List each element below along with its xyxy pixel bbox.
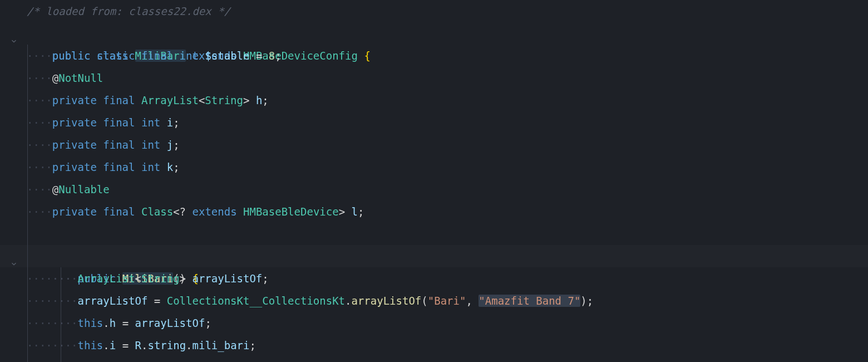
code-line-blank[interactable] xyxy=(0,223,868,245)
keyword-private: private xyxy=(52,206,97,218)
keyword-this: this xyxy=(78,339,103,351)
code-line[interactable]: /* loaded from: classes22.dex */ xyxy=(0,0,868,22)
code-line[interactable]: ········this.h = arrayListOf; xyxy=(0,312,868,334)
code-line[interactable]: ····@Nullable xyxy=(0,178,868,200)
keyword-final: final xyxy=(103,94,135,106)
type-string: String xyxy=(205,94,243,106)
annotation-nullable: Nullable xyxy=(58,183,110,195)
keyword-final: final xyxy=(141,50,173,62)
comment-text: /* loaded from: classes22.dex */ xyxy=(27,5,230,17)
code-line[interactable]: ········arrayListOf = CollectionsKt__Col… xyxy=(0,290,868,312)
field-name: j xyxy=(167,139,173,151)
type-class: Class xyxy=(141,206,173,218)
code-line[interactable]: ····private final int i; xyxy=(0,111,868,134)
code-line[interactable]: ····private final Class<? extends HMBase… xyxy=(0,200,868,223)
field-ref: i xyxy=(110,339,116,351)
code-line[interactable]: public class MiliBari extends HMBaseDevi… xyxy=(0,22,868,45)
keyword-static: static xyxy=(97,50,135,62)
type-string: String xyxy=(141,272,180,285)
field-name: l xyxy=(352,206,358,218)
type-int: int xyxy=(141,139,160,151)
type-arraylist: ArrayList xyxy=(78,272,135,285)
chevron-down-icon[interactable] xyxy=(10,253,17,260)
number-literal: 8 xyxy=(269,50,275,62)
type-hmbasebledevice: HMBaseBleDevice xyxy=(243,206,339,218)
chevron-down-icon[interactable] xyxy=(10,30,17,37)
r-class: R xyxy=(135,339,141,351)
keyword-final: final xyxy=(103,161,135,173)
field-name: i xyxy=(167,116,173,129)
keyword-private: private xyxy=(52,116,97,129)
field-name: $stable xyxy=(205,50,249,62)
type-int: int xyxy=(141,161,160,173)
keyword-final: final xyxy=(103,116,135,129)
type-int: int xyxy=(141,116,160,129)
r-namespace: string xyxy=(147,339,186,351)
keyword-final: final xyxy=(103,206,135,218)
code-line[interactable]: ····private final int j; xyxy=(0,134,868,156)
type-int: int xyxy=(180,50,199,62)
string-literal-selected: "Amazfit Band 7" xyxy=(479,295,580,307)
code-line[interactable]: ····private final int k; xyxy=(0,156,868,178)
keyword-public: public xyxy=(52,50,91,62)
code-line-partial[interactable]: ········this.j = R.drawable.img_bg_nyh; xyxy=(0,356,868,362)
keyword-private: private xyxy=(52,161,97,173)
keyword-private: private xyxy=(52,139,97,151)
method-call: arrayListOf xyxy=(351,295,421,307)
keyword-this: this xyxy=(78,317,103,329)
keyword-private: private xyxy=(52,94,97,106)
resource-id: mili_bari xyxy=(193,339,250,351)
annotation-notnull: NotNull xyxy=(58,72,103,84)
code-line[interactable]: ········this.i = R.string.mili_bari; xyxy=(0,334,868,356)
field-name: h xyxy=(256,94,262,106)
field-ref: h xyxy=(110,317,116,329)
local-variable: arrayListOf xyxy=(192,272,262,285)
keyword-extends: extends xyxy=(193,206,237,218)
type-arraylist: ArrayList xyxy=(141,94,199,106)
class-ref: CollectionsKt__CollectionsKt xyxy=(167,295,345,307)
code-line[interactable]: ····private final ArrayList<String> h; xyxy=(0,89,868,111)
local-variable: arrayListOf xyxy=(78,295,148,307)
keyword-final: final xyxy=(103,139,135,151)
string-literal: "Bari" xyxy=(428,295,466,307)
field-name: k xyxy=(167,161,173,173)
code-line[interactable]: ········ArrayList<String> arrayListOf; xyxy=(0,267,868,290)
code-line[interactable]: ····public static final int $stable = 8; xyxy=(0,45,868,67)
code-line[interactable]: ····@NotNull xyxy=(0,67,868,89)
local-variable: arrayListOf xyxy=(135,317,205,329)
code-line[interactable]: ····public MiliBari() { xyxy=(0,245,868,267)
code-editor[interactable]: /* loaded from: classes22.dex */ public … xyxy=(0,0,868,362)
